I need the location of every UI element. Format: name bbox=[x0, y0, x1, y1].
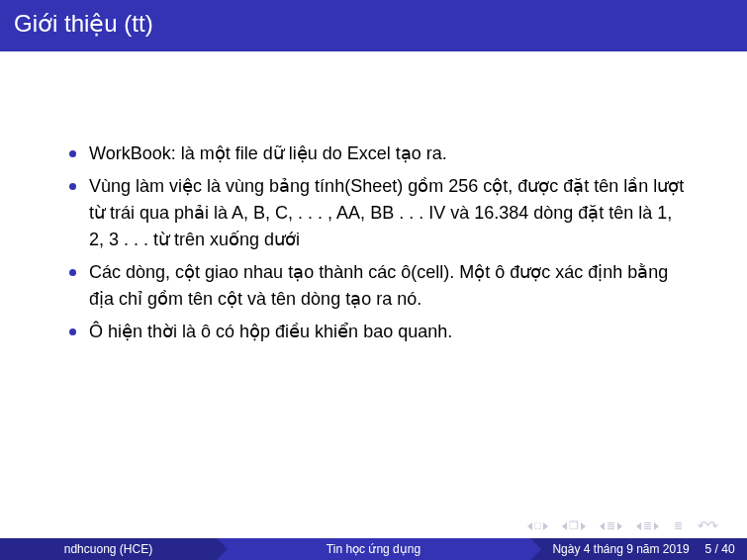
nav-next-icon bbox=[543, 522, 548, 530]
nav-presentation-end[interactable]: ≣ bbox=[673, 520, 684, 531]
nav-section-group[interactable]: ❐ bbox=[562, 520, 586, 531]
list-item: WorkBook: là một file dữ liệu do Excel t… bbox=[69, 140, 688, 167]
nav-next-icon bbox=[617, 522, 622, 530]
footer-author: ndhcuong (HCE) bbox=[64, 542, 152, 556]
footer-author-block: ndhcuong (HCE) bbox=[0, 538, 217, 560]
slide-footer: ndhcuong (HCE) Tin học ứng dụng Ngày 4 t… bbox=[0, 538, 747, 560]
footer-date-block: Ngày 4 tháng 9 năm 2019 5 / 40 bbox=[530, 538, 747, 560]
nav-end-icon: ≣ bbox=[642, 520, 653, 531]
bullet-text: Vùng làm việc là vùng bảng tính(Sheet) g… bbox=[89, 176, 684, 249]
footer-page: 5 / 40 bbox=[705, 542, 735, 556]
nav-prev-icon bbox=[527, 522, 532, 530]
footer-title-block: Tin học ứng dụng bbox=[217, 538, 530, 560]
nav-prev-icon bbox=[636, 522, 641, 530]
bullet-text: Các dòng, cột giao nhau tạo thành các ô(… bbox=[89, 262, 668, 309]
nav-prev-icon bbox=[562, 522, 567, 530]
footer-date: Ngày 4 tháng 9 năm 2019 bbox=[552, 542, 689, 556]
slide-title: Giới thiệu (tt) bbox=[14, 10, 153, 37]
nav-reload-icon[interactable]: ↶↷ bbox=[698, 519, 717, 532]
nav-frame-group[interactable]: □ bbox=[527, 520, 548, 531]
slide-title-bar: Giới thiệu (tt) bbox=[0, 0, 747, 51]
nav-prev-icon bbox=[600, 522, 605, 530]
nav-end-mark-icon: ≣ bbox=[673, 520, 684, 531]
nav-next-icon bbox=[581, 522, 586, 530]
beamer-nav-bar: □ ❐ ≣ ≣ ≣ ↶↷ bbox=[527, 519, 717, 532]
nav-end-group[interactable]: ≣ bbox=[636, 520, 659, 531]
bullet-list: WorkBook: là một file dữ liệu do Excel t… bbox=[69, 140, 688, 345]
list-item: Ô hiện thời là ô có hộp điều khiển bao q… bbox=[69, 319, 688, 345]
footer-title: Tin học ứng dụng bbox=[327, 542, 420, 556]
list-item: Các dòng, cột giao nhau tạo thành các ô(… bbox=[69, 259, 688, 313]
slide-body: WorkBook: là một file dữ liệu do Excel t… bbox=[0, 51, 747, 345]
bullet-text: Ô hiện thời là ô có hộp điều khiển bao q… bbox=[89, 322, 452, 341]
nav-next-icon bbox=[654, 522, 659, 530]
nav-subsection-icon: ≣ bbox=[606, 520, 616, 531]
nav-subsection-group[interactable]: ≣ bbox=[600, 520, 622, 531]
bullet-text: WorkBook: là một file dữ liệu do Excel t… bbox=[89, 143, 447, 163]
nav-section-icon: ❐ bbox=[568, 520, 580, 531]
list-item: Vùng làm việc là vùng bảng tính(Sheet) g… bbox=[69, 173, 688, 253]
nav-frame-icon: □ bbox=[533, 520, 542, 531]
